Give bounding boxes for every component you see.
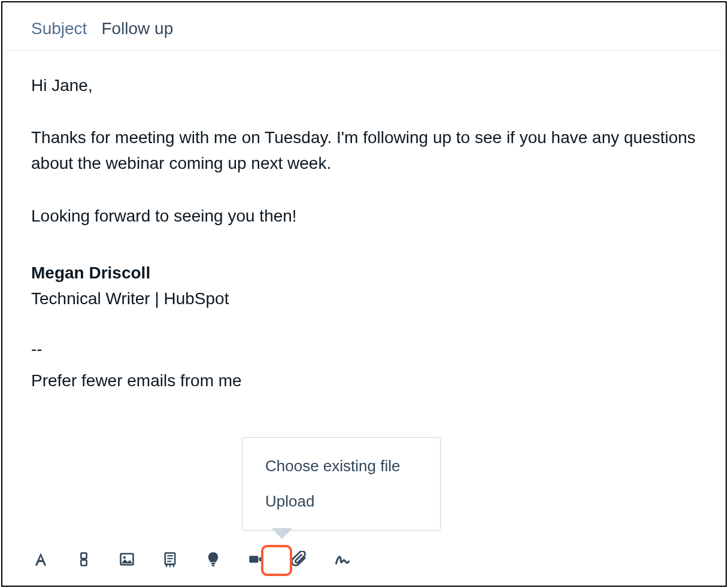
- svg-rect-0: [81, 553, 86, 559]
- insert-video-button[interactable]: [247, 550, 266, 569]
- text-format-button[interactable]: [31, 550, 50, 569]
- signature-separator: --: [31, 336, 697, 362]
- video-icon: [248, 551, 265, 568]
- attach-file-button[interactable]: [290, 550, 309, 569]
- subject-label: Subject: [31, 19, 87, 38]
- paperclip-icon: [291, 551, 308, 568]
- lightbulb-icon: [205, 551, 222, 568]
- svg-rect-10: [212, 565, 215, 566]
- editor-toolbar: [31, 550, 352, 569]
- subject-row: Subject Follow up: [5, 2, 723, 51]
- upload-option[interactable]: Upload: [242, 484, 440, 519]
- signature-icon: [334, 551, 351, 568]
- svg-rect-11: [249, 556, 258, 563]
- image-icon: [119, 551, 135, 568]
- knowledge-button[interactable]: [204, 550, 223, 569]
- svg-point-4: [123, 556, 126, 559]
- snippet-icon: [162, 551, 178, 568]
- body-paragraph-2: Looking forward to seeing you then!: [31, 203, 697, 229]
- insert-image-button[interactable]: [117, 550, 136, 569]
- email-composer: Subject Follow up Hi Jane, Thanks for me…: [1, 1, 727, 587]
- signature-title: Technical Writer | HubSpot: [31, 286, 697, 311]
- insert-snippet-button[interactable]: [160, 550, 180, 569]
- insert-signature-button[interactable]: [333, 550, 352, 569]
- attachment-popover: Choose existing file Upload: [242, 437, 441, 531]
- svg-rect-9: [211, 563, 216, 565]
- choose-existing-file-option[interactable]: Choose existing file: [242, 448, 440, 484]
- body-greeting: Hi Jane,: [31, 72, 697, 98]
- signature-name: Megan Driscoll: [31, 260, 697, 286]
- personalize-icon: [75, 551, 92, 568]
- text-format-icon: [32, 551, 49, 568]
- personalize-button[interactable]: [74, 550, 93, 569]
- body-paragraph-1: Thanks for meeting with me on Tuesday. I…: [31, 125, 697, 177]
- svg-rect-1: [81, 560, 86, 565]
- subject-input[interactable]: Follow up: [101, 19, 173, 38]
- popover-arrow: [272, 529, 292, 538]
- email-body-editor[interactable]: Hi Jane, Thanks for meeting with me on T…: [2, 51, 726, 394]
- unsubscribe-text: Prefer fewer emails from me: [31, 368, 697, 393]
